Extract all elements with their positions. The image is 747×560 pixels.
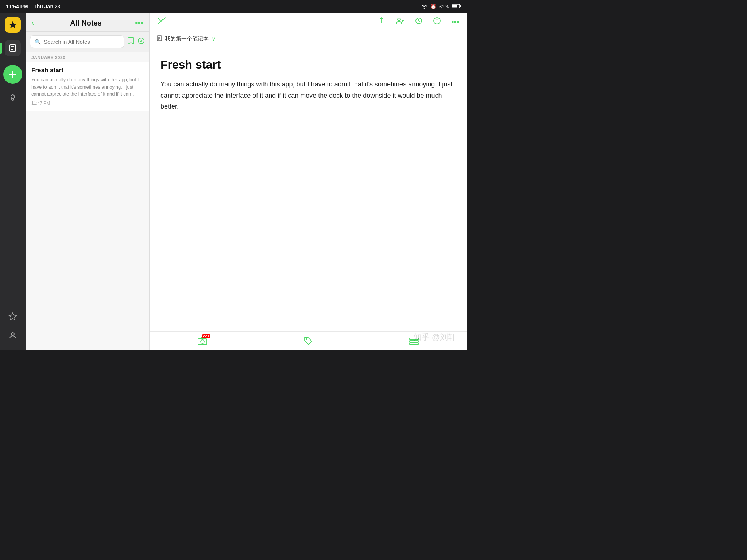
add-person-icon[interactable]	[396, 17, 405, 27]
tag-button[interactable]	[303, 336, 313, 346]
edit-mode-icon[interactable]	[157, 17, 166, 27]
back-button[interactable]: ‹	[31, 18, 34, 28]
status-bar: 11:54 PM Thu Jan 23 ⏰ 63%	[0, 0, 467, 13]
search-bar-container: 🔍	[26, 32, 149, 52]
search-icon: 🔍	[35, 39, 41, 45]
check-button[interactable]	[138, 37, 145, 46]
svg-rect-1	[460, 5, 461, 7]
sidebar-item-ideas[interactable]	[5, 90, 21, 106]
app-logo[interactable]	[5, 17, 21, 33]
more-options-icon[interactable]: •••	[451, 17, 460, 27]
toolbar-left	[157, 17, 166, 27]
app-body: ‹ All Notes ••• 🔍 JANUARY 2020	[0, 13, 467, 350]
notebook-chevron-icon[interactable]: ∨	[212, 35, 216, 42]
note-body: You can actually do many things with thi…	[160, 79, 456, 112]
svg-point-28	[201, 340, 204, 343]
svg-point-16	[398, 18, 400, 21]
svg-point-22	[437, 19, 437, 20]
battery-icon	[452, 4, 461, 10]
sidebar-item-favorites[interactable]	[5, 308, 21, 324]
notes-menu-button[interactable]: •••	[135, 18, 143, 28]
notebook-name: 我的第一个笔记本	[165, 35, 209, 42]
note-card-preview: You can actually do many things with thi…	[31, 76, 143, 98]
note-content: Fresh start You can actually do many thi…	[150, 47, 467, 331]
sidebar-item-profile[interactable]	[5, 327, 21, 343]
ocr-badge: OCR	[202, 334, 211, 338]
sidebar-item-notes[interactable]	[5, 40, 21, 56]
battery-percent: 63%	[439, 4, 449, 9]
reminder-icon[interactable]	[415, 17, 423, 27]
content-panel: ••• 我的第一个笔记本 ∨ Fresh start You can actua…	[150, 13, 467, 350]
search-input[interactable]	[44, 39, 120, 45]
notes-header: ‹ All Notes •••	[26, 13, 149, 32]
toolbar-right: •••	[378, 17, 460, 27]
note-card-time: 11:47 PM	[31, 101, 143, 106]
date-display: Thu Jan 23	[34, 4, 60, 9]
svg-point-29	[306, 339, 307, 340]
svg-point-13	[11, 332, 14, 335]
note-card-fresh-start[interactable]: Fresh start You can actually do many thi…	[26, 62, 149, 111]
content-toolbar: •••	[150, 13, 467, 31]
alarm-icon: ⏰	[430, 4, 436, 9]
time-display: 11:54 PM	[6, 4, 28, 9]
info-icon[interactable]	[433, 17, 441, 27]
notebook-breadcrumb[interactable]: 我的第一个笔记本 ∨	[150, 31, 467, 47]
search-bar[interactable]: 🔍	[30, 35, 124, 48]
svg-marker-12	[9, 313, 16, 320]
notes-panel: ‹ All Notes ••• 🔍 JANUARY 2020	[26, 13, 150, 350]
status-time: 11:54 PM Thu Jan 23	[6, 4, 60, 9]
camera-ocr-button[interactable]: OCR	[197, 337, 208, 345]
svg-point-10	[11, 95, 15, 98]
watermark: 知乎 @刘轩	[414, 332, 456, 343]
svg-marker-3	[9, 21, 17, 28]
svg-rect-32	[410, 343, 418, 345]
svg-rect-2	[452, 5, 457, 7]
bookmark-button[interactable]	[127, 37, 135, 47]
add-note-button[interactable]	[3, 65, 22, 84]
sidebar	[0, 13, 26, 350]
status-right-icons: ⏰ 63%	[421, 4, 461, 10]
note-title: Fresh start	[160, 58, 456, 71]
section-header-january: JANUARY 2020	[26, 52, 149, 62]
share-icon[interactable]	[378, 17, 386, 27]
notebook-doc-icon	[157, 35, 162, 42]
note-card-title: Fresh start	[31, 67, 143, 74]
content-footer: OCR 知乎 @刘轩	[150, 331, 467, 350]
wifi-icon	[421, 4, 427, 10]
notes-panel-title: All Notes	[37, 19, 135, 27]
